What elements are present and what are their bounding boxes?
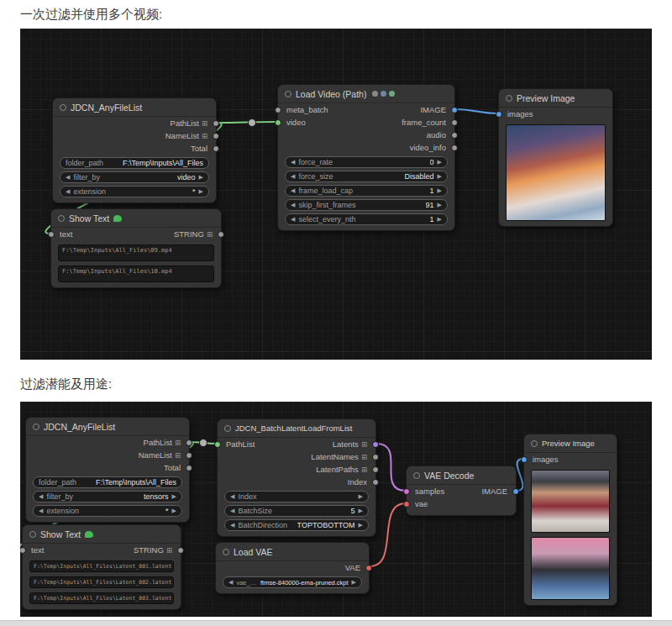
combo-left-icon[interactable]: ◀	[230, 508, 234, 514]
output-dot-video-info[interactable]	[451, 145, 458, 151]
output-dot-frame-count[interactable]	[451, 119, 458, 126]
output-dot-total[interactable]	[186, 465, 192, 471]
combo-left-icon[interactable]: ◀	[230, 522, 234, 529]
output-dot-pathlist[interactable]	[186, 439, 192, 446]
combo-left-icon[interactable]: ◀	[291, 173, 295, 180]
node-title-bar[interactable]: JDCN_AnyFileList	[26, 418, 189, 436]
combo-left-icon[interactable]: ◀	[291, 159, 295, 166]
show-text-row[interactable]: F:\Temp\Inputs\All_Files\Latent_003.late…	[29, 592, 174, 604]
input-dot-vae[interactable]	[403, 501, 410, 508]
collapse-toggle-icon[interactable]	[413, 472, 420, 479]
combo-right-icon[interactable]: ▶	[438, 202, 442, 208]
widget-skip-first-frames[interactable]: ◀ skip_first_frames 91 ▶	[285, 199, 448, 211]
combo-left-icon[interactable]: ◀	[291, 202, 295, 208]
widget-index[interactable]: ◀ Index ▶	[224, 491, 369, 502]
input-dot-meta-batch[interactable]	[275, 107, 281, 113]
input-dot-text[interactable]	[48, 231, 55, 238]
widget-batchsize[interactable]: ◀ BatchSize 5 ▶	[224, 505, 369, 517]
widget-filter-by[interactable]: ◀ filter_by video ▶	[60, 171, 209, 183]
combo-right-icon[interactable]: ▶	[359, 493, 363, 500]
widget-vae-name[interactable]: ◀ vae_name ftmse-840000-ema-pruned.ckpt …	[223, 576, 362, 588]
wire-pathlist-to-video[interactable]	[217, 122, 277, 123]
node-title-bar[interactable]: Show Text	[23, 525, 181, 544]
widget-select-every-nth[interactable]: ◀ select_every_nth 1 ▶	[285, 213, 448, 225]
output-dot-audio[interactable]	[451, 132, 458, 139]
collapse-toggle-icon[interactable]	[58, 215, 65, 222]
output-dot-latentpaths[interactable]	[372, 466, 379, 473]
node-jdcn-anyfilelist[interactable]: JDCN_AnyFileList PathList ⊞ NameList ⊞ T…	[25, 417, 190, 523]
output-dot-string[interactable]	[177, 547, 184, 554]
widget-batchdirection[interactable]: ◀ BatchDirection TOPTOBOTTOM ▶	[224, 519, 369, 531]
widget-force-size[interactable]: ◀ force_size Disabled ▶	[285, 171, 448, 182]
node-title-bar[interactable]: JDCN_AnyFileList	[53, 98, 216, 117]
show-text-row[interactable]: F:\Temp\Inputs\All_Files\Latent_001.late…	[29, 560, 174, 572]
combo-right-icon[interactable]: ▶	[438, 187, 442, 194]
page-bottom-scrollbar[interactable]	[0, 620, 672, 626]
collapse-toggle-icon[interactable]	[33, 423, 39, 430]
combo-left-icon[interactable]: ◀	[39, 493, 43, 500]
combo-right-icon[interactable]: ▶	[359, 508, 363, 514]
node-preview-image[interactable]: Preview Image images	[523, 434, 617, 606]
combo-right-icon[interactable]: ▶	[438, 159, 442, 166]
show-text-row[interactable]: F:\Temp\Inputs\All_Files\09.mp4	[58, 245, 214, 261]
input-dot-text[interactable]	[20, 547, 26, 554]
combo-right-icon[interactable]: ▶	[172, 493, 176, 500]
combo-left-icon[interactable]: ◀	[66, 174, 70, 181]
widget-folder-path[interactable]: folder_path F:\Temp\Inputs\All_Files	[60, 157, 209, 169]
wire-pathlist-to-pathlist[interactable]	[190, 442, 217, 444]
output-dot-index[interactable]	[372, 479, 379, 486]
node-show-text[interactable]: Show Text text STRING ⊞ F:\Temp\Inputs\A…	[50, 208, 222, 288]
collapse-toggle-icon[interactable]	[29, 531, 36, 538]
combo-left-icon[interactable]: ◀	[66, 188, 70, 195]
widget-filter-by[interactable]: ◀ filter_by tensors ▶	[33, 491, 182, 502]
output-dot-latentnames[interactable]	[372, 454, 379, 460]
output-dot-namelist[interactable]	[186, 452, 192, 459]
combo-left-icon[interactable]: ◀	[39, 508, 43, 514]
node-preview-image[interactable]: Preview Image images	[498, 88, 613, 227]
output-dot-pathlist[interactable]	[213, 120, 219, 127]
show-text-row[interactable]: F:\Temp\Inputs\All_Files\Latent_002.late…	[29, 576, 174, 588]
input-dot-pathlist[interactable]	[214, 441, 221, 448]
node-vae-decode[interactable]: VAE Decode samples IMAGE vae	[406, 466, 517, 516]
input-dot-samples[interactable]	[403, 488, 410, 495]
reroute-dot[interactable]	[200, 439, 207, 447]
output-dot-latents[interactable]	[372, 441, 379, 448]
collapse-toggle-icon[interactable]	[224, 425, 231, 432]
wire-image-to-images[interactable]	[517, 459, 523, 491]
input-dot-video[interactable]	[275, 119, 281, 126]
input-dot-images[interactable]	[496, 111, 502, 118]
output-dot-total[interactable]	[213, 145, 219, 152]
node-load-vae[interactable]: Load VAE VAE ◀ vae_name ftmse-840000-ema…	[215, 542, 370, 594]
node-title-bar[interactable]: Preview Image	[524, 434, 617, 453]
collapse-toggle-icon[interactable]	[285, 91, 291, 97]
combo-right-icon[interactable]: ▶	[352, 579, 356, 586]
widget-force-rate[interactable]: ◀ force_rate 0 ▶	[285, 156, 448, 168]
combo-left-icon[interactable]: ◀	[230, 493, 234, 500]
widget-frame-load-cap[interactable]: ◀ frame_load_cap 1 ▶	[285, 185, 448, 197]
node-jdcn-anyfilelist[interactable]: JDCN_AnyFileList PathList ⊞ NameList ⊞ T…	[52, 97, 217, 203]
input-dot-images[interactable]	[521, 456, 528, 463]
combo-left-icon[interactable]: ◀	[228, 579, 233, 586]
reroute-dot[interactable]	[249, 119, 256, 127]
collapse-toggle-icon[interactable]	[60, 104, 66, 111]
combo-right-icon[interactable]: ▶	[438, 216, 442, 223]
combo-right-icon[interactable]: ▶	[199, 174, 203, 181]
node-title-bar[interactable]: Show Text	[51, 209, 221, 228]
collapse-toggle-icon[interactable]	[531, 440, 538, 447]
node-jdcn-batch-latent-load[interactable]: JDCN_BatchLatentLoadFromList PathList La…	[217, 418, 376, 537]
combo-left-icon[interactable]: ◀	[291, 216, 295, 223]
combo-right-icon[interactable]: ▶	[199, 188, 203, 195]
node-load-video-path[interactable]: Load Video (Path) meta_batch IMAGE video…	[277, 84, 455, 231]
output-dot-string[interactable]	[218, 231, 224, 238]
widget-extension[interactable]: ◀ extension * ▶	[60, 186, 209, 197]
collapse-toggle-icon[interactable]	[223, 549, 229, 555]
combo-right-icon[interactable]: ▶	[438, 173, 442, 180]
node-title-bar[interactable]: VAE Decode	[407, 466, 516, 485]
node-title-bar[interactable]: Preview Image	[499, 89, 612, 108]
widget-extension[interactable]: ◀ extension * ▶	[33, 505, 182, 517]
output-dot-image[interactable]	[512, 488, 519, 495]
combo-right-icon[interactable]: ▶	[172, 508, 176, 514]
output-dot-namelist[interactable]	[213, 133, 219, 139]
combo-right-icon[interactable]: ▶	[359, 522, 363, 529]
show-text-row[interactable]: F:\Temp\Inputs\All_Files\10.mp4	[58, 266, 214, 282]
